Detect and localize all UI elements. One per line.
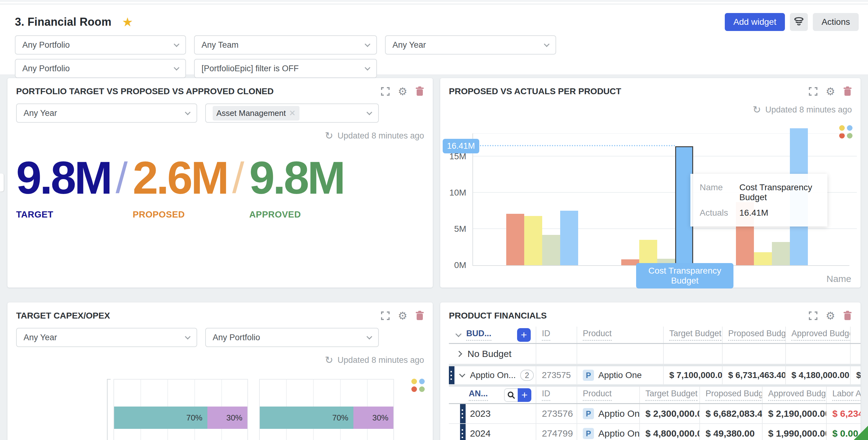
header-proposed-budget[interactable]: Proposed Budget bbox=[722, 326, 785, 343]
refresh-icon[interactable]: ↻ bbox=[325, 131, 333, 141]
chevron-down-icon bbox=[365, 65, 370, 70]
search-button[interactable] bbox=[504, 388, 518, 402]
y-axis-tick: 10M bbox=[436, 188, 466, 198]
remove-tag-icon[interactable]: ✕ bbox=[289, 108, 296, 118]
bar-series-green[interactable] bbox=[542, 235, 560, 265]
cell-id: 274799 bbox=[536, 424, 577, 440]
cell-approved-budget: $ 2,190,000.00 bbox=[762, 404, 826, 423]
bar-series-yellow[interactable] bbox=[524, 216, 542, 265]
kpi-separator: / bbox=[232, 155, 244, 200]
header-product[interactable]: Product bbox=[577, 326, 663, 343]
group-row-no-budget[interactable]: No Budget bbox=[449, 344, 861, 365]
bar-series-yellow[interactable] bbox=[754, 252, 772, 265]
kpi-target-label: TARGET bbox=[16, 210, 111, 220]
trash-icon[interactable] bbox=[415, 87, 424, 96]
side-panel-handle[interactable] bbox=[0, 174, 4, 191]
fullscreen-icon[interactable] bbox=[381, 87, 390, 96]
filter-team[interactable]: Any Team bbox=[194, 35, 377, 55]
filter-year[interactable]: Any Year bbox=[385, 35, 556, 55]
widget-filter-portfolio[interactable]: Asset Management✕ bbox=[205, 103, 379, 123]
bar-segment-opex[interactable]: 30% bbox=[353, 407, 393, 429]
palette-icon[interactable] bbox=[411, 379, 425, 392]
fullscreen-icon[interactable] bbox=[808, 87, 818, 96]
sub-header-target[interactable]: Target Budget bbox=[639, 387, 700, 403]
header-target-budget[interactable]: Target Budget bbox=[663, 326, 722, 343]
header-budget[interactable]: BUD... + bbox=[449, 326, 536, 343]
cell-labor-actuals: $ 6,234 bbox=[826, 404, 861, 423]
filter-funnel-button[interactable] bbox=[790, 13, 808, 31]
drag-handle[interactable] bbox=[460, 404, 466, 423]
sub-header-proposed[interactable]: Proposed Budget bbox=[700, 387, 762, 403]
widget-proposed-vs-actuals: PROPOSED VS ACTUALS PER PRODUCT ⚙ ↻ Upda… bbox=[440, 78, 861, 287]
bar-segment-capex[interactable]: 70% bbox=[114, 407, 207, 429]
cell-product[interactable]: PApptio One bbox=[577, 404, 639, 423]
bar-series-red[interactable] bbox=[506, 214, 524, 265]
capex-chart: Connected Portfolio Asset Management 70%… bbox=[7, 391, 433, 440]
sub-header-product[interactable]: Product bbox=[577, 387, 639, 403]
filter-portfolio-2[interactable]: Any Portfolio bbox=[15, 59, 186, 78]
chevron-down-icon bbox=[366, 109, 372, 115]
cell-product[interactable]: PApptio One bbox=[577, 366, 663, 384]
cell-id: 273575 bbox=[536, 366, 577, 384]
kpi-approved-label: APPROVED bbox=[249, 210, 344, 220]
actions-button[interactable]: Actions bbox=[813, 13, 859, 31]
add-row-button[interactable]: + bbox=[518, 388, 531, 402]
widget-title: PROPOSED VS ACTUALS PER PRODUCT bbox=[449, 87, 621, 96]
filter-portfolio[interactable]: Any Portfolio bbox=[15, 35, 186, 55]
bar-segment-capex[interactable]: 70% bbox=[260, 407, 353, 429]
filter-portfolioepic[interactable]: [PortfolioEpic] filter is OFF bbox=[194, 59, 377, 78]
chevron-right-icon[interactable] bbox=[456, 351, 462, 357]
widget-filter-year[interactable]: Any Year bbox=[16, 328, 197, 347]
filter-tag[interactable]: Asset Management✕ bbox=[213, 106, 300, 121]
gear-icon[interactable]: ⚙ bbox=[398, 311, 407, 321]
kpi-target-value: 9.8M bbox=[16, 155, 111, 201]
drag-handle[interactable] bbox=[460, 424, 466, 440]
trash-icon[interactable] bbox=[415, 311, 424, 321]
add-widget-button[interactable]: Add widget bbox=[725, 13, 785, 31]
y-axis-tick: 5M bbox=[436, 224, 466, 234]
gear-icon[interactable]: ⚙ bbox=[826, 86, 835, 97]
gear-icon[interactable]: ⚙ bbox=[398, 86, 407, 97]
chevron-down-icon[interactable] bbox=[459, 371, 465, 377]
tooltip-value: Cost Transparency Budget bbox=[739, 183, 818, 202]
fullscreen-icon[interactable] bbox=[381, 311, 390, 320]
drag-handle[interactable] bbox=[449, 366, 455, 384]
kpi-row: 9.8M TARGET / 2.6M PROPOSED / 9.8M APPRO… bbox=[7, 141, 433, 220]
cell-product[interactable]: PApptio One bbox=[577, 424, 639, 440]
bar-segment-opex[interactable]: 30% bbox=[207, 407, 247, 429]
trash-icon[interactable] bbox=[843, 87, 852, 96]
y-axis-tick: 0M bbox=[436, 260, 466, 270]
chevron-down-icon bbox=[174, 65, 179, 70]
bar-series-yellow[interactable] bbox=[639, 240, 657, 265]
widget-filter-year[interactable]: Any Year bbox=[16, 103, 197, 123]
widget-filter-portfolio[interactable]: Any Portfolio bbox=[205, 328, 379, 347]
fullscreen-icon[interactable] bbox=[808, 311, 818, 320]
trash-icon[interactable] bbox=[843, 311, 852, 321]
group-row-apptio[interactable]: Apptio On... 2 273575 PApptio One $ 7,10… bbox=[449, 366, 861, 385]
bar-actuals[interactable] bbox=[560, 211, 578, 265]
sub-header-id[interactable]: ID bbox=[536, 387, 577, 403]
add-budget-button[interactable]: + bbox=[517, 328, 531, 342]
updated-text: Updated 8 minutes ago bbox=[338, 355, 424, 365]
capex-panel-1: 70%30% bbox=[114, 379, 248, 440]
gear-icon[interactable]: ⚙ bbox=[826, 311, 835, 321]
cell-extra: $ bbox=[850, 366, 861, 384]
bar-chart: 16.41M Name Cost Transparency Budget Nam… bbox=[472, 133, 849, 266]
tooltip-label: Name bbox=[700, 183, 731, 202]
widget-target-capex-opex: TARGET CAPEX/OPEX ⚙ Any Year Any Portfol… bbox=[7, 303, 433, 440]
header-id[interactable]: ID bbox=[536, 326, 577, 343]
refresh-icon[interactable]: ↻ bbox=[325, 355, 333, 365]
refresh-icon[interactable]: ↻ bbox=[753, 105, 761, 115]
widget-title: PORTFOLIO TARGET VS PROPOSED VS APPROVED… bbox=[16, 87, 274, 96]
sub-header-row: AN... + ID Product Target Budget Propose… bbox=[449, 387, 861, 404]
favorite-star-icon[interactable]: ★ bbox=[122, 16, 133, 28]
cell-proposed-budget: $ 6,682,083.40 bbox=[700, 404, 762, 423]
sub-header-labor[interactable]: Labor A bbox=[826, 387, 861, 403]
bar-series-green[interactable] bbox=[772, 242, 790, 265]
corner-resize-indicator bbox=[854, 426, 868, 440]
header-approved-budget[interactable]: Approved Budget bbox=[785, 326, 850, 343]
sub-header-approved[interactable]: Approved Budget bbox=[762, 387, 826, 403]
widget-portfolio-target: PORTFOLIO TARGET VS PROPOSED VS APPROVED… bbox=[7, 78, 433, 287]
table-row-2024[interactable]: 2024 274799 PApptio One $ 4,800,000.00 $… bbox=[449, 424, 861, 440]
table-row-2023[interactable]: 2023 273576 PApptio One $ 2,300,000.00 $… bbox=[449, 404, 861, 424]
